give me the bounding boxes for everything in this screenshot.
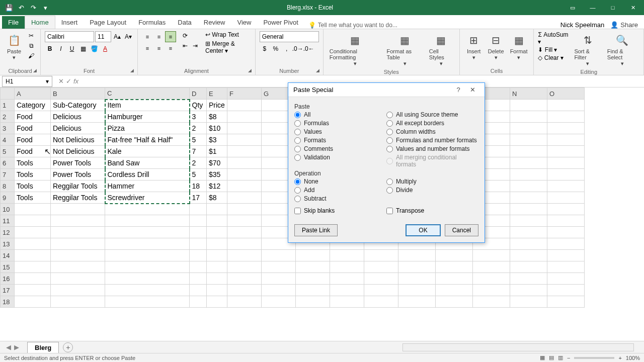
border-icon[interactable]: ▦ [78, 44, 88, 53]
tab-data[interactable]: Data [172, 16, 197, 29]
cell[interactable] [510, 123, 547, 134]
zoom-in-icon[interactable]: + [618, 355, 621, 361]
cell[interactable] [472, 296, 510, 308]
cell[interactable] [227, 134, 261, 146]
tab-review[interactable]: Review [198, 16, 231, 29]
cell[interactable]: Price [207, 100, 227, 111]
cell[interactable]: Screwdriver [105, 192, 190, 204]
cell[interactable]: $8 [207, 192, 227, 204]
cell[interactable] [295, 273, 330, 285]
radio-option[interactable]: Subtract [294, 195, 386, 202]
fill-color-icon[interactable]: 🪣 [89, 44, 99, 53]
comma-format-icon[interactable]: , [282, 44, 292, 53]
radio-option[interactable]: Column widths [386, 128, 478, 135]
cell[interactable]: Tools [15, 169, 51, 180]
cell[interactable]: Category [15, 100, 51, 111]
cell[interactable] [190, 296, 207, 308]
cell[interactable] [398, 250, 435, 261]
cell[interactable]: 18 [190, 180, 207, 192]
cell[interactable] [207, 273, 227, 285]
row-header[interactable]: 9 [1, 192, 15, 204]
cell[interactable] [227, 111, 261, 123]
cell[interactable] [227, 285, 261, 296]
cell[interactable]: 7 [190, 146, 207, 157]
column-header[interactable]: A [15, 88, 51, 100]
align-center-icon[interactable]: ≡ [153, 43, 165, 54]
format-painter-icon[interactable]: 🖌 [26, 51, 36, 60]
cell[interactable]: Hamburger [105, 111, 190, 123]
cell[interactable] [15, 215, 51, 227]
select-all-corner[interactable] [1, 88, 15, 100]
radio-option[interactable]: Formulas and number formats [386, 137, 478, 144]
cell[interactable] [435, 273, 472, 285]
cell[interactable] [51, 227, 105, 238]
copy-icon[interactable]: ⧉ [26, 41, 36, 50]
cell[interactable] [227, 204, 261, 215]
cell[interactable] [547, 111, 584, 123]
cell[interactable] [227, 157, 261, 169]
cell[interactable] [547, 146, 584, 157]
cell[interactable]: $3 [207, 134, 227, 146]
cell[interactable] [364, 285, 398, 296]
cell[interactable]: 2 [190, 157, 207, 169]
cell[interactable] [261, 273, 295, 285]
cell[interactable] [261, 285, 295, 296]
cell[interactable] [547, 227, 584, 238]
cell[interactable] [207, 204, 227, 215]
ribbon-options-icon[interactable]: ▭ [566, 3, 580, 13]
cell[interactable] [227, 100, 261, 111]
cell[interactable] [510, 157, 547, 169]
cell[interactable] [227, 169, 261, 180]
align-top-icon[interactable]: ≡ [142, 31, 153, 42]
cell[interactable]: $70 [207, 157, 227, 169]
cell[interactable]: Food [15, 111, 51, 123]
cancel-formula-icon[interactable]: ✕ [58, 77, 64, 85]
underline-button[interactable]: U [67, 44, 77, 53]
cell[interactable] [51, 261, 105, 273]
cell[interactable] [207, 250, 227, 261]
cell[interactable]: Not Delicious [51, 146, 105, 157]
cell[interactable] [15, 261, 51, 273]
cell[interactable] [472, 273, 510, 285]
cell[interactable] [51, 285, 105, 296]
cell[interactable] [472, 250, 510, 261]
cell[interactable] [398, 285, 435, 296]
cell[interactable] [51, 204, 105, 215]
sheet-tab[interactable]: Blerg [27, 342, 59, 353]
cell[interactable] [510, 111, 547, 123]
skip-blanks-checkbox[interactable]: Skip blanks [294, 207, 386, 214]
zoom-level[interactable]: 100% [626, 355, 640, 361]
cell[interactable]: 2 [190, 123, 207, 134]
minimize-icon[interactable]: — [586, 3, 600, 13]
decrease-indent-icon[interactable]: ⇤ [180, 41, 190, 50]
cell[interactable] [510, 134, 547, 146]
cancel-button[interactable]: Cancel [445, 224, 478, 236]
cell[interactable] [227, 296, 261, 308]
cell[interactable] [261, 250, 295, 261]
number-launcher-icon[interactable]: ◢ [316, 68, 322, 74]
cell[interactable]: 5 [190, 169, 207, 180]
cell[interactable] [207, 238, 227, 250]
transpose-checkbox[interactable]: Transpose [386, 207, 478, 214]
cell[interactable]: $12 [207, 180, 227, 192]
radio-option[interactable]: Values [294, 128, 386, 135]
cell[interactable] [295, 261, 330, 273]
font-name-select[interactable] [45, 31, 94, 42]
cell[interactable] [190, 285, 207, 296]
cell[interactable] [295, 285, 330, 296]
row-header[interactable]: 17 [1, 285, 15, 296]
cell[interactable] [510, 285, 547, 296]
cell[interactable] [295, 250, 330, 261]
clear-button[interactable]: ◇ Clear ▾ [538, 54, 570, 61]
cell[interactable] [15, 296, 51, 308]
cell[interactable]: Tools [15, 157, 51, 169]
tell-me-search[interactable]: 💡 Tell me what you want to do... [308, 22, 397, 29]
zoom-out-icon[interactable]: − [567, 355, 570, 361]
row-header[interactable]: 5 [1, 146, 15, 157]
cell[interactable] [330, 261, 364, 273]
cell[interactable] [261, 261, 295, 273]
cell[interactable]: $35 [207, 169, 227, 180]
cell[interactable] [398, 261, 435, 273]
radio-option[interactable]: Divide [386, 187, 478, 194]
insert-cells-button[interactable]: ⊞ Insert▾ [464, 31, 484, 62]
